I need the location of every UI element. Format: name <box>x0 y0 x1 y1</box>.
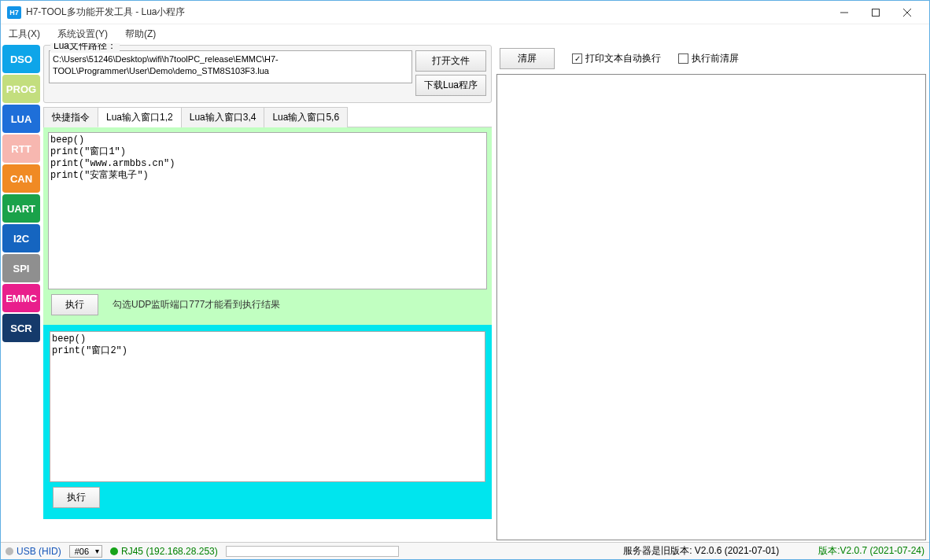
sidebar-item-rtt[interactable]: RTT <box>2 134 40 163</box>
menu-system-settings[interactable]: 系统设置(Y) <box>54 26 111 42</box>
open-file-button[interactable]: 打开文件 <box>415 50 486 72</box>
sidebar-item-spi[interactable]: SPI <box>2 254 40 282</box>
usb-status-label: USB (HID) <box>17 546 61 557</box>
wrap-checkbox-wrap[interactable]: ✓ 打印文本自动换行 <box>572 52 661 65</box>
code-panel-2: 执行 <box>43 325 492 519</box>
server-version-label: 服务器是旧版本: V2.0.6 (2021-07-01) <box>623 544 779 558</box>
sidebar-item-uart[interactable]: UART <box>2 194 40 223</box>
code-input-2[interactable] <box>50 331 485 482</box>
menubar: 工具(X) 系统设置(Y) 帮助(Z) <box>1 24 929 43</box>
preclear-checkbox-wrap[interactable]: 执行前清屏 <box>678 52 739 65</box>
svg-rect-1 <box>873 9 880 16</box>
code-input-1[interactable] <box>48 132 487 289</box>
sidebar-item-prog[interactable]: PROG <box>2 75 40 103</box>
sidebar-item-i2c[interactable]: I2C <box>2 224 40 252</box>
tab-quick-cmd[interactable]: 快捷指令 <box>43 107 98 127</box>
statusbar: USB (HID) #06 RJ45 (192.168.28.253) 服务器是… <box>1 542 929 559</box>
menu-help[interactable]: 帮助(Z) <box>122 26 159 42</box>
wrap-checkbox-label: 打印文本自动换行 <box>585 52 661 65</box>
close-button[interactable] <box>891 2 923 24</box>
output-textarea[interactable] <box>496 74 926 540</box>
sidebar: DSOPROGLUARTTCANUARTI2CSPIEMMCSCR <box>1 43 42 542</box>
udp-hint: 勾选UDP监听端口777才能看到执行结果 <box>113 298 280 311</box>
preclear-checkbox-label: 执行前清屏 <box>692 52 739 65</box>
right-pane: 清屏 ✓ 打印文本自动换行 执行前清屏 <box>496 45 926 540</box>
sidebar-item-emmc[interactable]: EMMC <box>2 284 40 312</box>
sidebar-item-dso[interactable]: DSO <box>2 45 40 73</box>
tab-lua-56[interactable]: Lua输入窗口5,6 <box>264 107 348 127</box>
minimize-button[interactable] <box>829 2 860 24</box>
clear-output-button[interactable]: 清屏 <box>500 48 555 69</box>
preclear-checkbox[interactable] <box>678 53 688 64</box>
left-pane: Lua文件路径： 打开文件 下载Lua程序 快捷指令 Lua输入窗口1,2 Lu… <box>43 45 492 540</box>
device-index-combo[interactable]: #06 <box>69 545 102 558</box>
rj45-status-label: RJ45 (192.168.28.253) <box>121 546 218 557</box>
code-panel-1: 执行 勾选UDP监听端口777才能看到执行结果 <box>43 127 492 325</box>
lua-path-label: Lua文件路径： <box>50 43 120 53</box>
output-toolbar: 清屏 ✓ 打印文本自动换行 执行前清屏 <box>496 45 926 74</box>
window-title: H7-TOOL多功能开发工具 - Lua小程序 <box>26 6 829 19</box>
tabs: 快捷指令 Lua输入窗口1,2 Lua输入窗口3,4 Lua输入窗口5,6 <box>43 106 492 127</box>
lua-path-group: Lua文件路径： 打开文件 下载Lua程序 <box>43 45 492 103</box>
sidebar-item-lua[interactable]: LUA <box>2 105 40 133</box>
rj45-status-dot <box>110 547 118 555</box>
download-lua-button[interactable]: 下载Lua程序 <box>415 75 486 96</box>
menu-tools[interactable]: 工具(X) <box>6 26 43 42</box>
maximize-button[interactable] <box>860 2 891 24</box>
execute-button-1[interactable]: 执行 <box>51 294 98 315</box>
progress-bar <box>226 546 399 557</box>
wrap-checkbox[interactable]: ✓ <box>572 53 582 64</box>
titlebar: H7 H7-TOOL多功能开发工具 - Lua小程序 <box>1 1 929 24</box>
client-version-label: 版本:V2.0.7 (2021-07-24) <box>818 544 924 558</box>
sidebar-item-can[interactable]: CAN <box>2 164 40 193</box>
app-icon: H7 <box>7 6 21 19</box>
lua-path-input[interactable] <box>49 50 412 83</box>
sidebar-item-scr[interactable]: SCR <box>2 314 40 342</box>
tab-lua-12[interactable]: Lua输入窗口1,2 <box>98 107 182 127</box>
execute-button-2[interactable]: 执行 <box>53 487 100 508</box>
tab-lua-34[interactable]: Lua输入窗口3,4 <box>181 107 265 127</box>
usb-status-dot <box>6 547 13 555</box>
